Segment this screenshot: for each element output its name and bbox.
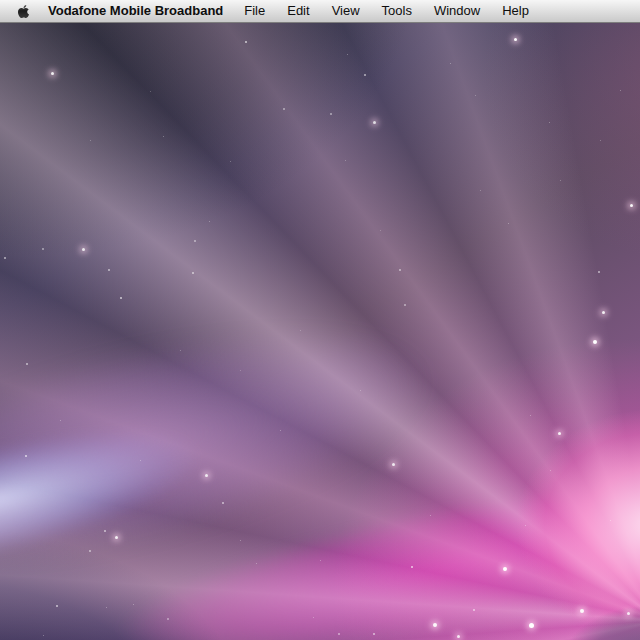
star (4, 257, 6, 259)
menu-edit[interactable]: Edit (276, 0, 320, 22)
star (150, 91, 151, 92)
star (580, 609, 584, 613)
menu-bar: Vodafone Mobile Broadband File Edit View… (0, 0, 640, 23)
menu-file[interactable]: File (233, 0, 276, 22)
star (25, 455, 27, 457)
apple-menu[interactable] (0, 0, 38, 22)
star (514, 38, 517, 41)
star (345, 160, 346, 161)
star (600, 140, 601, 141)
menu-help[interactable]: Help (491, 0, 540, 22)
star (480, 190, 481, 191)
star (56, 605, 58, 607)
star (51, 72, 54, 75)
star (503, 567, 507, 571)
star (115, 536, 118, 539)
star (347, 54, 348, 55)
star (457, 635, 460, 638)
menu-tools[interactable]: Tools (371, 0, 423, 22)
star (240, 370, 241, 371)
star (283, 108, 285, 110)
star (392, 463, 395, 466)
star (240, 540, 241, 541)
star (560, 180, 561, 181)
star (313, 617, 314, 618)
star (60, 420, 61, 421)
screen: Vodafone Mobile Broadband File Edit View… (0, 0, 640, 640)
star-field (0, 0, 640, 640)
star (373, 633, 375, 635)
star (399, 269, 401, 271)
star (525, 525, 526, 526)
star (550, 470, 551, 471)
app-menu[interactable]: Vodafone Mobile Broadband (38, 0, 233, 22)
star (630, 204, 633, 207)
star (90, 140, 91, 141)
star (627, 612, 630, 615)
star (133, 604, 134, 605)
star (558, 432, 561, 435)
star (104, 530, 106, 532)
star (508, 223, 509, 224)
star (245, 41, 247, 43)
star (300, 330, 301, 331)
star (529, 623, 534, 628)
star (222, 502, 224, 504)
star (42, 248, 44, 250)
star (330, 113, 332, 115)
star (26, 363, 28, 365)
star (360, 390, 361, 391)
star (163, 136, 164, 137)
star (530, 415, 531, 416)
star (450, 63, 451, 64)
star (106, 607, 107, 608)
star (205, 474, 208, 477)
star (180, 350, 181, 351)
star (620, 90, 621, 91)
star (338, 633, 340, 635)
star (610, 520, 611, 521)
star (473, 609, 475, 611)
star (120, 297, 122, 299)
star (373, 121, 376, 124)
star (192, 272, 194, 274)
star (167, 618, 169, 620)
desktop-wallpaper[interactable] (0, 0, 640, 640)
star (108, 269, 110, 271)
star (82, 248, 85, 251)
star (433, 623, 437, 627)
star (194, 240, 196, 242)
star (380, 230, 381, 231)
star (598, 271, 600, 273)
star (320, 560, 321, 561)
star (404, 304, 406, 306)
menu-view[interactable]: View (321, 0, 371, 22)
star (140, 460, 141, 461)
star (364, 74, 366, 76)
apple-icon (17, 4, 30, 19)
star (602, 311, 605, 314)
menu-window[interactable]: Window (423, 0, 491, 22)
star (43, 635, 44, 636)
star (411, 566, 413, 568)
star (280, 430, 281, 431)
star (89, 550, 91, 552)
star (209, 221, 210, 222)
star (593, 340, 597, 344)
star (230, 161, 231, 162)
star (256, 563, 257, 564)
star (475, 95, 476, 96)
star (430, 515, 431, 516)
star (549, 122, 550, 123)
